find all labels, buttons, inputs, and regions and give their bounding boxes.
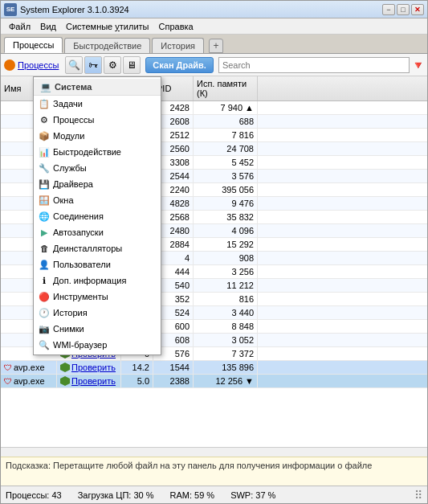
- minimize-button[interactable]: −: [382, 4, 395, 15]
- close-button[interactable]: ✕: [411, 4, 424, 15]
- window-title: System Explorer 3.1.0.3924: [20, 5, 382, 14]
- menu-services[interactable]: 🔧 Службы: [34, 160, 161, 176]
- toolbar-monitor-button[interactable]: 🖥: [123, 56, 141, 74]
- status-cpu: Загрузка ЦП: 30 %: [78, 490, 154, 500]
- processes-link[interactable]: Процессы: [18, 60, 59, 70]
- menu-connections[interactable]: 🌐 Соединения: [34, 208, 161, 224]
- menu-help[interactable]: Справка: [154, 20, 198, 33]
- resize-handle[interactable]: ⠿: [414, 489, 422, 502]
- menu-perf[interactable]: 📊 Быстродействие: [34, 144, 161, 160]
- autorun-icon: ▶: [39, 227, 50, 238]
- menu-view[interactable]: Вид: [35, 20, 61, 33]
- modules-icon: 📦: [39, 130, 50, 141]
- toolbar-settings-button[interactable]: ⚙: [104, 56, 121, 74]
- hint-bar: Подсказка: Перетащите любой файл на эту …: [1, 457, 427, 486]
- menu-snapshots[interactable]: 📷 Снимки: [34, 321, 161, 337]
- menu-system-utils[interactable]: Системные утилиты: [61, 20, 154, 33]
- tab-history[interactable]: История: [152, 38, 204, 53]
- menu-uninstallers[interactable]: 🗑 Деинсталляторы: [34, 240, 161, 256]
- hist-icon: 🕐: [39, 307, 50, 318]
- toolbar: Процессы 🔍 🗝 ⚙ 🖥 Скан Драйв. 🔻: [1, 54, 427, 76]
- app-icon: SE: [4, 3, 17, 16]
- menu-users[interactable]: 👤 Пользователи: [34, 256, 161, 272]
- title-bar: SE System Explorer 3.1.0.3924 − □ ✕: [1, 1, 427, 18]
- windows-icon: 🪟: [39, 195, 50, 206]
- info-icon: ℹ: [39, 275, 50, 286]
- status-processes: Процессы: 43: [6, 490, 62, 500]
- menu-wmi[interactable]: 🔍 WMI-браузер: [34, 337, 161, 353]
- connections-icon: 🌐: [39, 211, 50, 222]
- uninst-icon: 🗑: [39, 243, 50, 254]
- menu-file[interactable]: Файл: [4, 20, 35, 33]
- wmi-icon: 🔍: [39, 339, 50, 350]
- drivers-icon: 💾: [39, 178, 50, 190]
- tasks-icon: 📋: [39, 98, 50, 109]
- status-ram: RAM: 59 %: [169, 490, 214, 500]
- menu-tasks[interactable]: 📋 Задачи: [34, 96, 161, 112]
- tools-icon: 🔴: [39, 291, 50, 302]
- filter-icon[interactable]: 🔻: [411, 59, 424, 72]
- table-row-avp-2[interactable]: 🛡 avp.exe Проверить 5.0 2388 12 256 ▼: [1, 375, 427, 388]
- users-icon: 👤: [39, 259, 50, 270]
- proc-icon: ⚙: [39, 114, 50, 125]
- shield-icon: [60, 363, 70, 372]
- avp-icon-2: 🛡: [4, 377, 12, 386]
- menu-autorun[interactable]: ▶ Автозапуски: [34, 224, 161, 240]
- main-content: 💻 Система 📋 Задачи ⚙ Процессы 📦 Модули 📊…: [1, 76, 427, 486]
- menu-bar: Файл Вид Системные утилиты Справка: [1, 18, 427, 35]
- snap-icon: 📷: [39, 323, 50, 334]
- main-window: SE System Explorer 3.1.0.3924 − □ ✕ Файл…: [0, 0, 428, 504]
- scan-drive-button[interactable]: Скан Драйв.: [145, 57, 214, 73]
- add-tab-button[interactable]: +: [209, 39, 223, 53]
- table-row-avp-1[interactable]: 🛡 avp.exe Проверить 14.2 1544 135 896: [1, 361, 427, 375]
- perf-icon: 📊: [39, 146, 50, 158]
- toolbar-key-button[interactable]: 🗝: [84, 56, 102, 74]
- menu-processes[interactable]: ⚙ Процессы: [34, 112, 161, 128]
- tab-processes[interactable]: Процессы: [4, 37, 63, 53]
- tab-bar: Процессы Быстродействие История +: [1, 35, 427, 54]
- menu-extra-info[interactable]: ℹ Доп. информация: [34, 272, 161, 289]
- hint-text: Подсказка: Перетащите любой файл на эту …: [6, 461, 372, 470]
- processes-icon: [4, 59, 15, 71]
- tab-performance[interactable]: Быстродействие: [64, 38, 150, 53]
- toolbar-search-button[interactable]: 🔍: [65, 56, 83, 74]
- menu-hist[interactable]: 🕐 История: [34, 305, 161, 321]
- shield-icon: [60, 376, 70, 386]
- col-header-memory[interactable]: Исп. памяти (К): [194, 76, 258, 100]
- menu-drivers[interactable]: 💾 Драйвера: [34, 176, 161, 192]
- search-input[interactable]: [218, 57, 410, 73]
- dropdown-header: 💻 Система: [34, 79, 161, 96]
- menu-modules[interactable]: 📦 Модули: [34, 128, 161, 144]
- maximize-button[interactable]: □: [397, 4, 410, 15]
- menu-tools[interactable]: 🔴 Инструменты: [34, 289, 161, 305]
- window-controls: − □ ✕: [382, 4, 424, 15]
- menu-windows[interactable]: 🪟 Окна: [34, 192, 161, 208]
- status-bar: Процессы: 43 Загрузка ЦП: 30 % RAM: 59 %…: [1, 486, 427, 503]
- computer-icon: 💻: [40, 81, 51, 92]
- status-swp: SWP: 37 %: [230, 490, 275, 500]
- services-icon: 🔧: [39, 162, 50, 174]
- avp-icon-1: 🛡: [4, 363, 12, 372]
- horizontal-scrollbar[interactable]: [1, 447, 427, 457]
- navigation-dropdown: 💻 Система 📋 Задачи ⚙ Процессы 📦 Модули 📊…: [33, 76, 161, 355]
